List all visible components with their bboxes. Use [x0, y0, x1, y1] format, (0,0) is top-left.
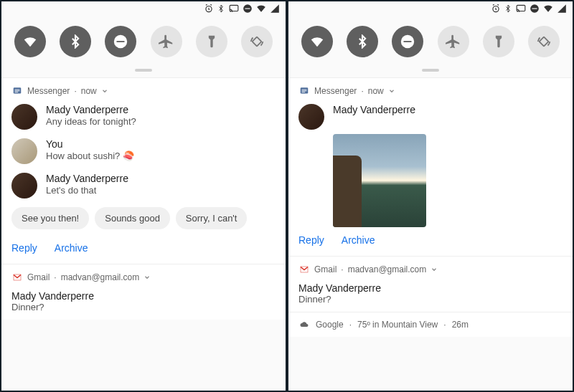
messenger-icon	[298, 85, 310, 97]
qs-bluetooth[interactable]	[60, 26, 91, 57]
notification-header[interactable]: Messenger · now	[11, 85, 276, 97]
quick-settings	[1, 16, 286, 69]
notif-time: now	[368, 86, 384, 96]
alarm-icon	[204, 4, 214, 14]
reply-button[interactable]: Reply	[298, 234, 324, 246]
bluetooth-icon	[217, 4, 225, 14]
svg-rect-15	[532, 8, 537, 9]
sender-name: Mady Vanderperre	[333, 104, 563, 115]
gmail-account: madvan@gmail.com	[348, 264, 427, 274]
archive-button[interactable]: Archive	[342, 234, 375, 246]
cast-icon	[228, 4, 240, 14]
dnd-icon	[530, 4, 540, 14]
sender-name: You	[46, 138, 276, 150]
avatar	[11, 104, 37, 130]
qs-dnd[interactable]	[392, 26, 423, 57]
svg-rect-18	[540, 37, 549, 47]
notification-actions: Reply Archive	[298, 227, 563, 249]
message-row: Mady Vanderperre Any ideas for tonight?	[11, 104, 276, 130]
app-name: Gmail	[27, 272, 50, 282]
notification-header[interactable]: Gmail · madvan@gmail.com	[11, 272, 276, 283]
avatar	[11, 138, 37, 164]
email-sender: Mady Vanderperre	[298, 282, 563, 294]
message-text: Any ideas for tonight?	[46, 116, 276, 127]
chevron-down-icon[interactable]	[144, 274, 151, 281]
notification-messenger[interactable]: Messenger · now Mady Vanderperre Any ide…	[1, 77, 286, 264]
notification-gmail[interactable]: Gmail · madvan@gmail.com Mady Vanderperr…	[288, 256, 573, 312]
weather-text: 75º in Mountain View	[357, 320, 438, 330]
message-row: Mady Vanderperre Let's do that	[11, 173, 276, 199]
email-subject: Dinner?	[298, 294, 563, 305]
sender-name: Mady Vanderperre	[46, 173, 276, 184]
panel-left: Messenger · now Mady Vanderperre Any ide…	[1, 1, 286, 391]
email-sender: Mady Vanderperre	[11, 290, 276, 302]
gmail-account: madvan@gmail.com	[61, 272, 140, 282]
notification-actions: Reply Archive	[11, 235, 276, 257]
message-row: You How about sushi? 🍣	[11, 138, 276, 164]
message-row: Mady Vanderperre	[298, 104, 563, 130]
qs-wifi[interactable]	[14, 26, 46, 57]
svg-rect-22	[302, 92, 306, 92]
wifi-icon	[542, 4, 554, 14]
qs-airplane[interactable]	[438, 26, 469, 57]
dnd-icon	[243, 4, 253, 14]
panel-right: Messenger · now Mady Vanderperre Reply A…	[288, 1, 573, 391]
qs-handle[interactable]	[422, 69, 439, 72]
image-attachment[interactable]	[333, 134, 426, 227]
status-bar	[288, 1, 573, 16]
gmail-icon	[298, 264, 310, 275]
notification-gmail[interactable]: Gmail · madvan@gmail.com Mady Vanderperr…	[1, 264, 286, 320]
message-text: How about sushi? 🍣	[46, 150, 276, 161]
qs-rotate[interactable]	[241, 26, 273, 57]
notification-header[interactable]: Gmail · madvan@gmail.com	[298, 264, 563, 275]
sender-name: Mady Vanderperre	[46, 104, 276, 115]
weather-source: Google	[316, 320, 344, 330]
notification-weather[interactable]: Google · 75º in Mountain View · 26m	[288, 312, 573, 337]
svg-rect-21	[302, 90, 307, 91]
weather-age: 26m	[452, 320, 469, 330]
qs-handle[interactable]	[135, 69, 152, 72]
qs-rotate[interactable]	[528, 26, 560, 57]
archive-button[interactable]: Archive	[55, 242, 88, 254]
svg-rect-10	[15, 92, 19, 92]
svg-rect-5	[117, 41, 125, 42]
chevron-down-icon[interactable]	[430, 266, 438, 273]
signal-icon	[557, 4, 567, 14]
smart-reply-chip[interactable]: Sorry, I can't	[176, 207, 248, 229]
smart-reply-chip[interactable]: Sounds good	[95, 207, 170, 229]
qs-airplane[interactable]	[151, 26, 182, 57]
smart-reply-row: See you then! Sounds good Sorry, I can't	[11, 207, 276, 229]
svg-rect-20	[302, 90, 307, 90]
bluetooth-icon	[504, 4, 512, 14]
alarm-icon	[491, 4, 501, 14]
quick-settings	[288, 16, 573, 69]
qs-dnd[interactable]	[105, 26, 136, 57]
message-text: Let's do that	[46, 185, 276, 196]
svg-rect-3	[245, 8, 250, 9]
cloud-icon	[298, 320, 310, 329]
notif-time: now	[81, 86, 97, 96]
svg-rect-1	[230, 5, 238, 11]
qs-flashlight[interactable]	[483, 26, 514, 57]
app-name: Gmail	[314, 264, 337, 274]
signal-icon	[270, 4, 280, 14]
status-bar	[1, 1, 286, 16]
smart-reply-chip[interactable]: See you then!	[11, 207, 89, 229]
qs-bluetooth[interactable]	[347, 26, 378, 57]
app-name: Messenger	[27, 86, 70, 96]
qs-flashlight[interactable]	[196, 26, 227, 57]
chevron-down-icon[interactable]	[388, 87, 395, 95]
cast-icon	[515, 4, 527, 14]
wifi-icon	[255, 4, 267, 14]
svg-rect-8	[15, 90, 20, 90]
messenger-icon	[11, 85, 23, 97]
chevron-down-icon[interactable]	[101, 87, 108, 95]
notification-header[interactable]: Messenger · now	[298, 85, 563, 97]
reply-button[interactable]: Reply	[11, 242, 37, 254]
app-name: Messenger	[314, 86, 357, 96]
notification-messenger[interactable]: Messenger · now Mady Vanderperre Reply A…	[288, 77, 573, 256]
svg-rect-17	[404, 41, 412, 42]
svg-rect-13	[517, 5, 525, 11]
svg-rect-6	[253, 37, 262, 47]
qs-wifi[interactable]	[301, 26, 333, 57]
